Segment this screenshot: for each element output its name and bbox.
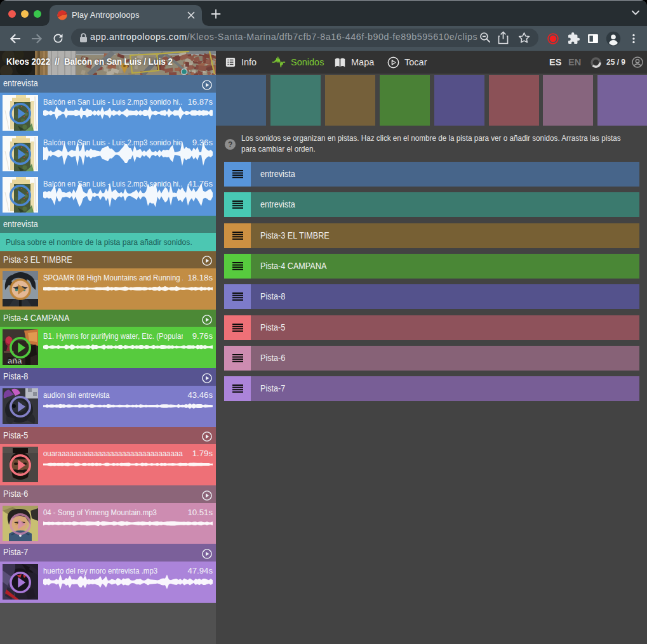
svg-text:?: ? (228, 140, 232, 149)
